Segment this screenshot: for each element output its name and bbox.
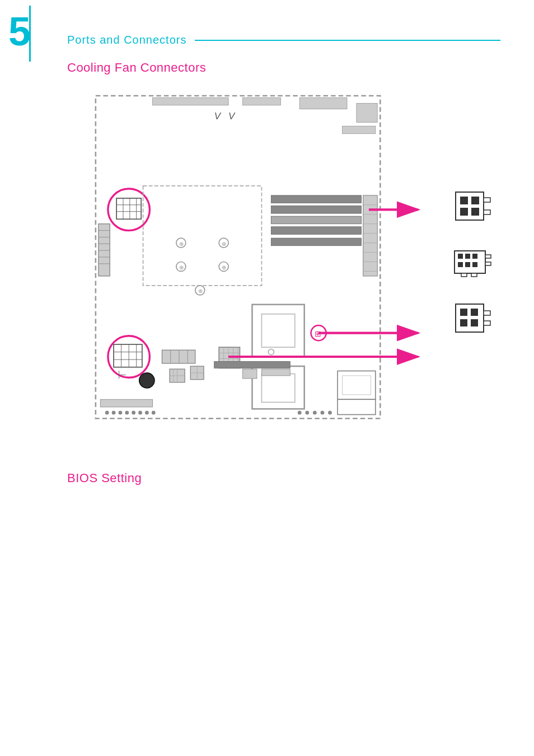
svg-rect-119 bbox=[472, 262, 477, 267]
svg-rect-10 bbox=[116, 198, 141, 219]
svg-point-90 bbox=[298, 411, 302, 415]
svg-rect-129 bbox=[484, 311, 490, 315]
svg-point-87 bbox=[138, 411, 142, 415]
svg-point-80 bbox=[139, 373, 154, 388]
svg-rect-39 bbox=[363, 195, 377, 276]
svg-rect-48 bbox=[252, 305, 304, 357]
svg-rect-16 bbox=[143, 186, 262, 286]
svg-point-91 bbox=[305, 411, 309, 415]
svg-text:⊕: ⊕ bbox=[179, 241, 184, 247]
svg-rect-96 bbox=[243, 369, 257, 379]
svg-point-88 bbox=[145, 411, 149, 415]
svg-rect-8 bbox=[342, 126, 375, 134]
svg-text:⊕: ⊕ bbox=[179, 264, 184, 270]
bios-setting-title: BIOS Setting bbox=[67, 471, 500, 486]
connector-3-diagram bbox=[450, 298, 500, 338]
svg-rect-117 bbox=[458, 262, 463, 267]
svg-point-93 bbox=[320, 411, 324, 415]
svg-point-82 bbox=[105, 411, 109, 415]
svg-text:V: V bbox=[214, 111, 222, 122]
section-title-line bbox=[195, 40, 500, 41]
svg-rect-7 bbox=[357, 104, 377, 123]
svg-text:├─: ├─ bbox=[116, 371, 126, 379]
connectors-column bbox=[450, 186, 500, 338]
svg-point-86 bbox=[132, 411, 135, 415]
svg-rect-127 bbox=[460, 319, 467, 326]
diagram-area: V V bbox=[67, 86, 500, 437]
chapter-number: 5 bbox=[8, 11, 31, 52]
svg-rect-114 bbox=[458, 254, 463, 259]
svg-point-89 bbox=[152, 411, 156, 415]
svg-rect-34 bbox=[271, 195, 361, 203]
svg-rect-2 bbox=[153, 97, 229, 105]
svg-rect-116 bbox=[472, 254, 477, 259]
svg-point-83 bbox=[112, 411, 116, 415]
svg-rect-38 bbox=[271, 238, 361, 246]
svg-rect-107 bbox=[460, 197, 468, 204]
header-section: Ports and Connectors Cooling Fan Connect… bbox=[67, 17, 500, 437]
svg-rect-110 bbox=[471, 208, 479, 216]
svg-rect-95 bbox=[214, 361, 291, 368]
svg-rect-6 bbox=[299, 97, 347, 109]
svg-rect-125 bbox=[460, 309, 467, 316]
section-title: Ports and Connectors bbox=[67, 34, 500, 46]
svg-rect-69 bbox=[162, 350, 195, 363]
svg-rect-1 bbox=[96, 96, 380, 418]
connector-2-diagram bbox=[450, 242, 500, 282]
svg-rect-121 bbox=[485, 262, 491, 265]
svg-rect-3 bbox=[243, 97, 281, 105]
svg-point-94 bbox=[328, 411, 332, 415]
svg-text:⊕: ⊕ bbox=[222, 241, 226, 247]
connector-1-diagram bbox=[450, 186, 500, 226]
bios-section: BIOS Setting bbox=[67, 471, 500, 486]
svg-text:⊞: ⊞ bbox=[315, 330, 321, 338]
svg-rect-97 bbox=[261, 369, 290, 376]
svg-rect-36 bbox=[271, 216, 361, 224]
svg-rect-120 bbox=[485, 255, 491, 258]
svg-rect-108 bbox=[471, 197, 479, 204]
svg-rect-112 bbox=[484, 210, 490, 214]
page-container: 5 Ports and Connectors Cooling Fan Conne… bbox=[0, 0, 534, 756]
svg-point-92 bbox=[313, 411, 317, 415]
svg-rect-106 bbox=[456, 192, 484, 220]
svg-point-85 bbox=[125, 411, 129, 415]
svg-rect-98 bbox=[338, 371, 376, 399]
svg-rect-130 bbox=[484, 321, 490, 325]
svg-text:⊕: ⊕ bbox=[222, 264, 226, 270]
svg-rect-37 bbox=[271, 227, 361, 235]
svg-rect-122 bbox=[461, 273, 467, 277]
section-title-text: Ports and Connectors bbox=[67, 34, 186, 46]
svg-rect-109 bbox=[460, 208, 468, 216]
svg-rect-126 bbox=[471, 309, 478, 316]
motherboard-diagram: V V bbox=[67, 86, 428, 437]
svg-text:V: V bbox=[228, 111, 236, 122]
svg-rect-35 bbox=[271, 206, 361, 214]
svg-rect-124 bbox=[456, 304, 484, 332]
svg-rect-118 bbox=[465, 262, 470, 267]
svg-rect-123 bbox=[471, 273, 477, 277]
svg-rect-54 bbox=[114, 344, 142, 367]
svg-rect-27 bbox=[99, 224, 110, 276]
svg-text:⊕: ⊕ bbox=[198, 288, 203, 294]
svg-rect-115 bbox=[465, 254, 470, 259]
subsection-title: Cooling Fan Connectors bbox=[67, 60, 500, 75]
chapter-line-vertical bbox=[29, 6, 31, 62]
svg-rect-100 bbox=[338, 399, 376, 414]
svg-rect-128 bbox=[471, 319, 478, 326]
svg-rect-111 bbox=[484, 198, 490, 202]
chapter-sidebar: 5 bbox=[0, 0, 34, 67]
svg-rect-81 bbox=[100, 399, 152, 407]
svg-point-84 bbox=[119, 411, 123, 415]
